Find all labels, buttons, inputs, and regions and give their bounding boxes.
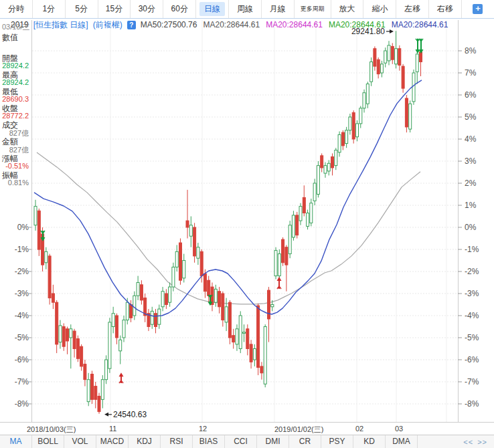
toolbar-plus-cell: + [462,0,494,18]
candlestick [80,344,83,371]
timeframe-tab-5[interactable]: 60分 [163,0,196,18]
candlestick [338,132,341,157]
timeframe-tab-label: 1分 [42,3,55,15]
timeframe-tab-8[interactable]: 月線 [262,0,295,18]
candlestick [274,247,277,279]
signal-arrow-up-icon [277,277,282,289]
timeframe-tab-label: 15分 [106,3,122,15]
y-axis-label: 0% [465,223,476,232]
candlestick [253,344,256,366]
timeframe-tab-2[interactable]: 5分 [66,0,98,18]
timeframe-tab-7[interactable]: 周線 [229,0,262,18]
indicator-tab-vol[interactable]: VOL [64,435,96,448]
indicator-tab-ma[interactable]: MA [0,435,32,448]
candlestick [331,153,334,175]
candlestick [260,362,263,379]
candlestick [239,311,242,353]
candlestick [133,292,136,320]
candlestick [391,43,394,64]
quote-field-value: 28690.3 [0,95,31,103]
candlestick [45,247,48,269]
candlestick [398,45,401,71]
price-annotation: 24540.63 [104,410,147,419]
add-panel-plus-icon[interactable]: + [473,4,483,14]
x-axis-label: 2018/10/03(三) [27,425,76,435]
candlestick [34,200,37,231]
timeframe-tab-4[interactable]: 30分 [131,0,163,18]
timeframe-tab-0[interactable]: 分時 [0,0,33,18]
candlestick [292,211,295,241]
quote-section-title: 數值 [0,32,31,41]
timeframe-tab-label: 30分 [139,3,155,15]
candlestick [317,161,319,197]
y-axis-label: -4% [465,311,479,320]
pager-next[interactable]: >> [477,438,487,446]
candlestick [374,46,376,70]
pager-prev[interactable]: << [463,438,473,446]
y-axis-label: 5% [465,112,476,122]
indicator-tab-cci[interactable]: CCI [225,435,257,448]
candlestick [172,263,175,292]
timeframe-tab-13[interactable]: 右移 [429,0,462,18]
quote-panel: 03/13/三數值開盤28924.2最高28924.2最低28690.3收盤28… [0,22,31,187]
candlestick [140,280,143,304]
candlestick [108,318,111,373]
candlestick [236,324,238,351]
y-axis-label: -1% [1,245,29,254]
timeframe-tab-10[interactable]: 放大 [331,0,364,18]
candlestick [377,58,380,78]
candlestick [380,61,383,78]
timeframe-tab-9[interactable]: 更多周期 [295,0,331,18]
x-axis-label: 12 [199,425,207,433]
candlestick [144,294,147,322]
indicator-tab-kd[interactable]: KD [353,435,386,448]
x-axis-label: 03 [395,425,403,433]
timeframe-tab-12[interactable]: 左移 [396,0,429,18]
candlestick [264,324,266,387]
candlestick [345,127,348,148]
timeframe-tab-label: 5分 [75,3,88,15]
x-axis-label: 11 [109,425,116,433]
candlestick [420,49,422,76]
indicator-tab-kdj[interactable]: KDJ [129,435,161,448]
timeframe-tab-11[interactable]: 縮小 [363,0,396,18]
quote-field-label: 金額 [0,136,31,145]
signal-arrow-down-icon [416,39,420,53]
timeframe-tab-label: 月線 [270,3,286,15]
candlestick [335,148,337,170]
y-axis-label: -6% [465,355,479,364]
candlestick [299,203,302,225]
quote-date: 03/13/三 [0,22,31,31]
indicator-tab-psy[interactable]: PSY [321,435,353,448]
y-axis-label: 8% [465,46,476,55]
ma-value: MA20:28644.61 [266,20,323,29]
candlestick [105,355,108,384]
y-axis-label: 3% [465,156,476,166]
x-axis-label: 2019/01/02(三) [274,425,323,435]
candlestick [94,382,97,409]
indicator-tab-boll[interactable]: BOLL [32,435,64,448]
indicator-tab-rsi[interactable]: RSI [161,435,193,448]
candlestick [285,245,288,291]
timeframe-tab-1[interactable]: 1分 [33,0,66,18]
candlestick [66,327,69,354]
candlestick [158,305,161,329]
signal-arrow-down-icon [419,39,424,53]
y-axis-label: 4% [465,134,476,144]
candlestick-chart[interactable]: 29241.8024540.63 [0,0,494,448]
indicator-tab-macd[interactable]: MACD [96,435,129,448]
indicator-tab-dma[interactable]: DMA [386,435,418,448]
timeframe-toolbar: 分時1分5分15分30分60分日線周線月線更多周期放大縮小左移右移+ [0,0,494,19]
adjustment-label: (前複權) [93,19,122,31]
timeframe-tab-6[interactable]: 日線 [196,0,229,18]
timeframe-tab-3[interactable]: 15分 [98,0,131,18]
help-icon[interactable]: ? [127,21,136,29]
ma-value: MA20:28644.61 [392,20,448,29]
quote-field-label: 開盤 [0,53,31,62]
indicator-tab-dmi[interactable]: DMI [257,435,289,448]
candlestick [268,287,270,342]
candlestick [112,307,114,334]
y-axis-label: -6% [1,355,29,364]
indicator-tab-bias[interactable]: BIAS [193,435,225,448]
indicator-tab-cr[interactable]: CR [289,435,321,448]
